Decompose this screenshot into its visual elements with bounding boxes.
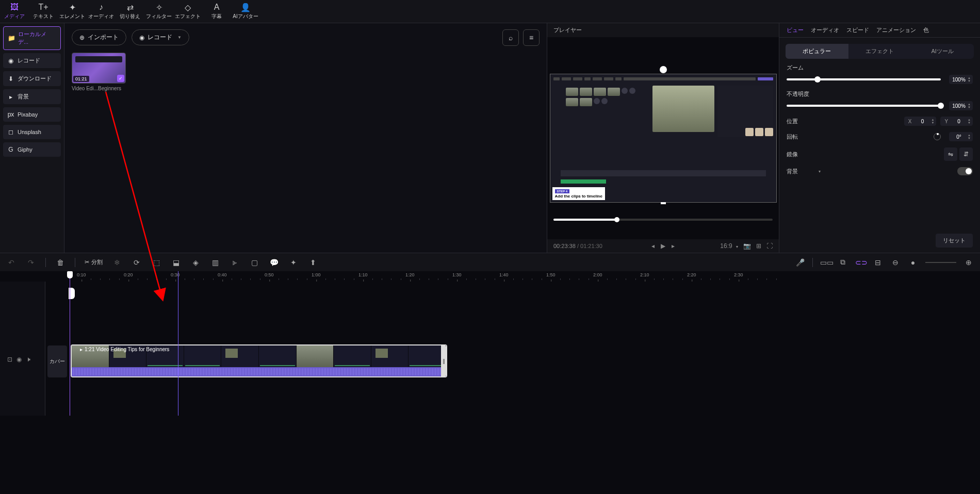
play-button[interactable]: ▶ xyxy=(661,242,665,250)
top-tool-1[interactable]: T+テキスト xyxy=(29,0,58,23)
media-thumb-0[interactable]: 01:21✓Video Edi...Beginners xyxy=(72,53,126,91)
opacity-slider[interactable] xyxy=(787,105,941,107)
keyframe-button[interactable]: ◈ xyxy=(190,258,201,267)
top-tool-8[interactable]: 👤AIアバター xyxy=(231,0,260,23)
grid-toggle[interactable]: ⊞ xyxy=(756,242,761,250)
flip-horizontal-button[interactable]: ⇋ xyxy=(944,147,957,161)
ruler-tick: 1:00 xyxy=(312,272,321,277)
position-x-input[interactable]: X▲▼ xyxy=(904,117,937,126)
source-label: ダウンロード xyxy=(18,75,52,83)
speed-button[interactable]: ⟳ xyxy=(132,258,142,267)
timeline-clip[interactable]: ‖ ▸1:21 Video Editing Tips for Beginners xyxy=(71,344,447,377)
reset-button[interactable]: リセット xyxy=(936,234,973,248)
zoom-slider-dot[interactable]: ● xyxy=(908,258,918,267)
crop-button[interactable]: ⬚ xyxy=(151,258,161,267)
zoom-out-button[interactable]: ⊖ xyxy=(890,258,901,267)
rotate-handle[interactable] xyxy=(660,66,667,73)
import-button[interactable]: ⊕ インポート xyxy=(72,29,126,45)
sidebar-item-0[interactable]: 📁ローカルメデ... xyxy=(3,26,61,50)
cover-button[interactable]: カバー xyxy=(47,345,67,377)
fullscreen-button[interactable]: ⛶ xyxy=(766,242,773,250)
props-tab-4[interactable]: 色 xyxy=(923,26,929,34)
chevron-down-icon: ▾ xyxy=(819,169,821,174)
background-toggle[interactable] xyxy=(957,167,973,175)
timeline-ruler[interactable]: 0:100:200:300:400:501:001:101:201:301:40… xyxy=(70,271,980,282)
redo-button[interactable]: ↷ xyxy=(26,258,36,267)
tool-icon: ◇ xyxy=(185,3,191,12)
aspect-ratio-select[interactable]: 16:9 ▾ xyxy=(720,242,738,250)
sidebar-item-1[interactable]: ◉レコード xyxy=(3,53,61,68)
props-tab-3[interactable]: アニメーション xyxy=(876,26,916,34)
export-clip-button[interactable]: ⬆ xyxy=(308,258,318,267)
sidebar-item-2[interactable]: ⬇ダウンロード xyxy=(3,71,61,86)
timeline-playhead-start[interactable] xyxy=(70,271,70,416)
sidebar-item-6[interactable]: GGiphy xyxy=(3,142,61,157)
source-icon: 📁 xyxy=(8,35,15,42)
snowflake-button[interactable]: ❄ xyxy=(112,258,122,267)
link-button[interactable]: ⧉ xyxy=(838,258,848,267)
split-button[interactable]: ✂分割 xyxy=(85,258,103,266)
seek-bar[interactable] xyxy=(553,219,773,221)
sort-button[interactable]: ≡ xyxy=(523,29,540,46)
tool-label: AIアバター xyxy=(233,13,258,20)
clip-trim-right[interactable]: ‖ xyxy=(441,345,446,376)
tool-icon: 👤 xyxy=(240,3,251,12)
zoom-slider[interactable] xyxy=(787,78,941,80)
flip-vertical-button[interactable]: ⇵ xyxy=(959,147,973,161)
marker-button[interactable]: ⬓ xyxy=(171,258,181,267)
top-tool-2[interactable]: ✦エレメント xyxy=(58,0,87,23)
tool-label: 字幕 xyxy=(211,13,222,20)
props-tab-1[interactable]: オーディオ xyxy=(811,26,839,34)
opacity-value[interactable]: ▲▼ xyxy=(949,101,973,110)
undo-button[interactable]: ↶ xyxy=(6,258,17,267)
rotation-dial[interactable] xyxy=(934,133,941,140)
timeline-playhead[interactable] xyxy=(178,271,178,416)
seek-knob[interactable] xyxy=(614,217,619,222)
lock-icon[interactable]: ⊡ xyxy=(7,356,12,363)
voiceover-button[interactable]: 🎤 xyxy=(795,258,805,267)
mask-button[interactable]: ▢ xyxy=(249,258,259,267)
mute-icon[interactable]: 🕨 xyxy=(26,356,32,363)
background-label: 背景 xyxy=(787,168,812,175)
zoom-in-button[interactable]: ⊕ xyxy=(963,258,974,267)
props-subtab-1[interactable]: エフェクト xyxy=(848,44,911,59)
reverse-button[interactable]: ⪢ xyxy=(230,258,240,267)
enhance-button[interactable]: ✦ xyxy=(288,258,299,267)
media-source-sidebar: 📁ローカルメデ...◉レコード⬇ダウンロード▸背景pxPixabay◻Unspl… xyxy=(0,23,64,253)
zoom-value[interactable]: ▲▼ xyxy=(949,75,973,84)
list-icon: ≡ xyxy=(529,34,533,42)
mirror-button[interactable]: ▥ xyxy=(210,258,220,267)
ruler-tick: 0:50 xyxy=(265,272,274,277)
chevron-down-icon: ▼ xyxy=(177,35,182,40)
search-button[interactable]: ⌕ xyxy=(502,29,519,46)
top-tool-7[interactable]: A字幕 xyxy=(202,0,231,23)
sidebar-item-5[interactable]: ◻Unsplash xyxy=(3,125,61,139)
source-icon: ▸ xyxy=(7,93,14,101)
position-y-input[interactable]: Y▲▼ xyxy=(940,117,973,126)
props-subtab-0[interactable]: ポピュラー xyxy=(786,44,848,59)
delete-button[interactable]: 🗑 xyxy=(55,258,66,267)
top-tool-3[interactable]: ♪オーディオ xyxy=(87,0,116,23)
marker2-button[interactable]: ⊟ xyxy=(873,258,883,267)
snapshot-button[interactable]: 📷 xyxy=(743,242,751,250)
caption-button[interactable]: 💬 xyxy=(269,258,279,267)
sidebar-item-4[interactable]: pxPixabay xyxy=(3,107,61,122)
prev-frame-button[interactable]: ◂ xyxy=(651,242,655,250)
top-tool-4[interactable]: ⇄切り替え xyxy=(116,0,144,23)
sidebar-item-3[interactable]: ▸背景 xyxy=(3,89,61,104)
top-tool-0[interactable]: 🖼メディア xyxy=(0,0,29,23)
eye-icon[interactable]: ◉ xyxy=(17,356,22,363)
next-frame-button[interactable]: ▸ xyxy=(672,242,675,250)
ruler-tick: 2:00 xyxy=(593,272,602,277)
snap-button[interactable]: ⊂⊃ xyxy=(855,258,865,267)
top-tool-5[interactable]: ✧フィルター xyxy=(144,0,173,23)
rotation-value[interactable]: ▲▼ xyxy=(949,132,973,141)
record-button[interactable]: ◉ レコード ▼ xyxy=(132,29,189,45)
ruler-tick: 0:20 xyxy=(124,272,133,277)
props-tab-2[interactable]: スピード xyxy=(846,26,869,34)
player-canvas[interactable]: STEP 4Add the clips to timeline xyxy=(550,74,777,203)
props-tab-0[interactable]: ビュー xyxy=(787,26,804,34)
top-tool-6[interactable]: ◇エフェクト xyxy=(173,0,202,23)
magnet-button[interactable]: ▭▭ xyxy=(820,258,830,267)
props-subtab-2[interactable]: AIツール xyxy=(911,44,974,59)
